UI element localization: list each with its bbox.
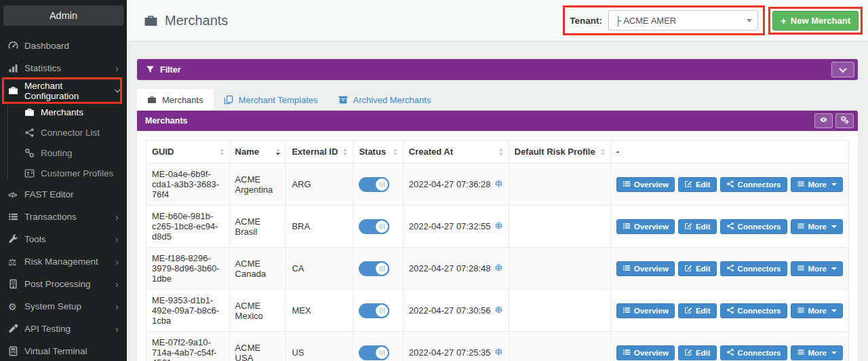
content-header: Merchants Tenant: ├ ACME AMER + New Merc… [127, 0, 868, 41]
caret-down-icon [747, 19, 752, 22]
id-card-icon [24, 168, 35, 178]
pencil-icon [684, 222, 692, 231]
eyedropper-icon [8, 324, 18, 334]
new-merchant-button[interactable]: + New Merchant [772, 11, 859, 31]
tenant-selector-group: Tenant: ├ ACME AMER [563, 5, 765, 35]
edit-button[interactable]: Edit [678, 345, 717, 360]
globe-icon [494, 179, 503, 190]
gear-icon: ⚙ [8, 302, 18, 311]
list-icon [623, 306, 631, 316]
copy-icon [224, 95, 233, 104]
sidebar-item-transactions[interactable]: Transactions › [0, 206, 127, 228]
column-header-name[interactable]: Name [229, 140, 286, 164]
overview-button[interactable]: Overview [616, 177, 675, 192]
chevron-right-icon: › [115, 256, 119, 267]
tab-label: Merchant Templates [239, 95, 318, 105]
sidebar-item-fast-editor[interactable]: </> FAST Editor [0, 183, 127, 206]
default-risk-profile-cell [509, 164, 610, 206]
sidebar-item-system-setup[interactable]: ⚙ System Setup › [0, 295, 127, 318]
globe-icon [494, 263, 503, 274]
main-content: Merchants Tenant: ├ ACME AMER + New Merc… [127, 0, 868, 361]
overview-button[interactable]: Overview [616, 345, 675, 360]
sidebar-item-api-testing[interactable]: API Testing › [0, 318, 127, 340]
status-toggle[interactable] [359, 261, 389, 276]
name-cell: ACME Argentina [229, 164, 286, 206]
column-header-status[interactable]: Status [353, 140, 403, 164]
sidebar-item-merchant-configuration[interactable]: Merchant Configuration [0, 79, 127, 102]
list-icon [623, 348, 631, 358]
sidebar-item-statistics[interactable]: Statistics › [0, 57, 127, 79]
pencil-icon [684, 348, 692, 358]
status-toggle[interactable] [359, 177, 389, 192]
sort-icon [338, 149, 347, 155]
sidebar-item-dashboard[interactable]: Dashboard [0, 35, 127, 57]
column-header-guid[interactable]: GUID [146, 140, 230, 164]
connectors-button[interactable]: Connectors [720, 345, 787, 360]
caret-down-icon [831, 352, 837, 354]
more-button[interactable]: More [791, 345, 843, 360]
guid-cell: ME-b60e-981b-c265-1bc8-ec94-d8d5 [146, 206, 230, 248]
status-toggle[interactable] [359, 345, 389, 360]
connectors-button[interactable]: Connectors [720, 219, 787, 234]
edit-button[interactable]: Edit [678, 261, 717, 276]
tab-archived-merchants[interactable]: Archived Merchants [328, 89, 441, 111]
sidebar-item-customer-profiles[interactable]: Customer Profiles [0, 163, 127, 183]
overview-button[interactable]: Overview [616, 261, 675, 276]
name-cell: ACME USA [229, 332, 286, 361]
tab-merchant-templates[interactable]: Merchant Templates [214, 89, 328, 111]
connectors-button[interactable]: Connectors [720, 177, 787, 192]
sidebar-item-label: Merchants [41, 107, 83, 117]
hamburger-icon [797, 222, 805, 231]
tab-merchants[interactable]: Merchants [137, 89, 214, 111]
edit-button[interactable]: Edit [678, 177, 717, 192]
admin-button[interactable]: Admin [3, 5, 123, 26]
guid-cell: ME-f186-8296-3979-8d96-3b60-1dbe [146, 248, 230, 290]
status-toggle[interactable] [359, 219, 389, 234]
more-button[interactable]: More [791, 177, 843, 192]
column-visibility-button[interactable] [814, 113, 833, 128]
sidebar-item-virtual-terminal[interactable]: Virtual Terminal [0, 340, 127, 361]
funnel-icon [146, 65, 155, 74]
tenant-select[interactable]: ├ ACME AMER [608, 10, 758, 31]
guid-cell: ME-07f2-9a10-714a-4ab7-c54f-4561 [146, 332, 230, 361]
overview-button[interactable]: Overview [616, 219, 675, 234]
table-row: ME-07f2-9a10-714a-4ab7-c54f-4561 ACME US… [146, 332, 849, 361]
filter-expand-button[interactable] [831, 62, 854, 77]
sidebar-item-label: Post Processing [24, 279, 91, 289]
archive-icon [338, 95, 348, 104]
merchants-table: GUID Name External ID Status Created At … [146, 140, 849, 361]
connectors-button[interactable]: Connectors [720, 261, 787, 276]
column-header-default-risk-profile[interactable]: Default Risk Profile [509, 140, 610, 164]
external-id-cell: CA [286, 248, 353, 290]
edit-button[interactable]: Edit [678, 303, 717, 318]
hamburger-icon [797, 264, 805, 273]
sidebar-item-risk-management[interactable]: ⚖ Risk Management › [0, 250, 127, 273]
overview-button[interactable]: Overview [616, 303, 675, 318]
pencil-icon [684, 264, 692, 273]
cogs-icon [840, 115, 849, 126]
sidebar-item-connector-list[interactable]: Connector List [0, 122, 127, 142]
more-button[interactable]: More [791, 303, 843, 318]
sidebar-item-merchants[interactable]: Merchants [0, 102, 127, 122]
caret-down-icon [831, 267, 837, 270]
sidebar-item-post-processing[interactable]: Post Processing › [0, 273, 127, 295]
more-button[interactable]: More [791, 219, 843, 234]
name-cell: ACME Brasil [229, 206, 286, 248]
edit-button[interactable]: Edit [678, 219, 717, 234]
status-toggle[interactable] [359, 303, 389, 318]
name-cell: ACME Mexico [229, 290, 286, 332]
briefcase-icon [8, 86, 18, 96]
chevron-down-icon [115, 86, 121, 92]
connectors-button[interactable]: Connectors [720, 303, 787, 318]
table-settings-button[interactable] [835, 113, 854, 128]
column-header-created-at[interactable]: Created At [403, 140, 509, 164]
share-icon [24, 128, 35, 138]
sidebar-item-tools[interactable]: Tools › [0, 228, 127, 250]
filter-collapse-bar[interactable]: Filter [137, 59, 858, 80]
more-button[interactable]: More [791, 261, 843, 276]
sidebar-item-routing[interactable]: Routing [0, 142, 127, 163]
column-header-external-id[interactable]: External ID [286, 140, 353, 164]
sidebar-item-label: FAST Editor [24, 189, 74, 200]
tab-bar: Merchants Merchant Templates Archived Me… [137, 89, 858, 111]
sort-icon [271, 149, 280, 155]
